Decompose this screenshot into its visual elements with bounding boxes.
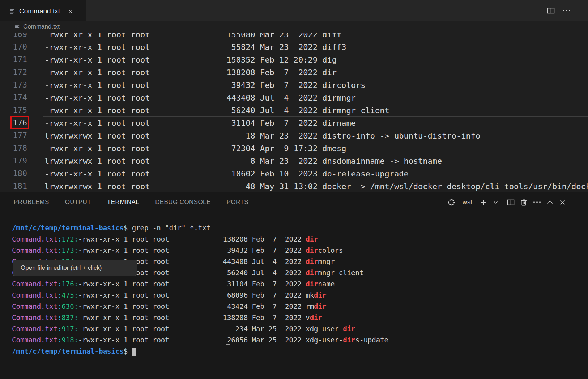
editor-line-170: 170-rwxr-xr-x 1 root root 55824 Mar 23 2…	[0, 41, 588, 53]
underscore-artifact	[226, 344, 230, 345]
panel-more-actions-icon[interactable]	[533, 201, 541, 203]
editor-line-text: lrwxrwxrwx 1 root root 48 May 31 13:02 d…	[43, 180, 588, 192]
editor-line-169: 169-rwxr-xr-x 1 root root 155080 Mar 23 …	[0, 33, 588, 41]
panel-tabs: PROBLEMSOUTPUTTERMINALDEBUG CONSOLEPORTS	[14, 192, 248, 212]
terminal-text-sep: :	[57, 280, 61, 288]
terminal-text-match: dir	[306, 257, 318, 265]
editor-pane[interactable]: 169-rwxr-xr-x 1 root root 155080 Mar 23 …	[0, 33, 588, 192]
terminal-row-0: /mnt/c/temp/terminal-basics$ grep -n "di…	[12, 222, 588, 234]
editor-tab-bar: Command.txt	[0, 0, 588, 21]
terminal-text-match: dir	[306, 269, 318, 277]
line-number: 171	[0, 53, 27, 66]
breadcrumb: Command.txt	[0, 21, 588, 33]
editor-line-text: -rwxr-xr-x 1 root root 39432 Feb 7 2022 …	[43, 78, 588, 91]
terminal-text-match: dir	[343, 325, 355, 333]
terminal-text-def: colors	[318, 246, 343, 254]
terminal-text-sep: :	[74, 302, 78, 310]
terminal-text-num: 173	[61, 246, 74, 254]
line-number: 169	[0, 33, 27, 41]
terminal-profile-label[interactable]: wsl	[463, 199, 472, 206]
terminal-row-10: Command.txt:918:-rwxr-xr-x 1 root root 2…	[12, 335, 588, 346]
editor-line-text: -rwxr-xr-x 1 root root 150352 Feb 12 20:…	[43, 53, 588, 66]
editor-line-text: lrwxrwxrwx 1 root root 18 Mar 23 2022 di…	[43, 129, 588, 142]
editor-line-172: 172-rwxr-xr-x 1 root root 138208 Feb 7 2…	[0, 66, 588, 78]
text-file-icon	[9, 8, 15, 14]
link-hover-tooltip: Open file in editor (ctrl + click)	[13, 260, 137, 276]
editor-line-177: 177lrwxrwxrwx 1 root root 18 Mar 23 2022…	[0, 129, 588, 142]
editor-line-174: 174-rwxr-xr-x 1 root root 443408 Jul 4 2…	[0, 91, 588, 104]
terminal-row-5: Command.txt:176:-rwxr-xr-x 1 root root 3…	[12, 278, 588, 290]
terminal-file-link[interactable]: Command.txt:176:	[12, 280, 78, 288]
terminal-text-match: dir	[314, 302, 326, 310]
terminal-text-num: 176	[61, 280, 74, 288]
terminal-row-2: Command.txt:173:-rwxr-xr-x 1 root root 3…	[12, 245, 588, 256]
terminal-text-path: /mnt/c/temp/terminal-basics	[12, 224, 124, 232]
bottom-panel: PROBLEMSOUTPUTTERMINALDEBUG CONSOLEPORTS…	[0, 192, 588, 379]
terminal-text-sep: :	[57, 336, 61, 344]
breadcrumb-item-file[interactable]: Command.txt	[23, 23, 60, 30]
split-terminal-icon[interactable]	[507, 199, 515, 205]
terminal-text-file: Command.txt	[12, 291, 57, 299]
terminal-text-num: 475	[61, 291, 74, 299]
tab-close-icon[interactable]	[68, 9, 73, 14]
line-number: 173	[0, 78, 27, 91]
panel-tab-output[interactable]: OUTPUT	[65, 192, 91, 212]
terminal[interactable]: /mnt/c/temp/terminal-basics$ grep -n "di…	[0, 212, 588, 379]
editor-line-176: 176-rwxr-xr-x 1 root root 31104 Feb 7 20…	[0, 116, 588, 129]
terminal-text-match: dir	[314, 291, 326, 299]
vscode-window: { "colors": { "annotation_red": "#DE1414…	[0, 0, 588, 379]
editor-line-text: -rwxr-xr-x 1 root root 31104 Feb 7 2022 …	[43, 116, 588, 129]
terminal-text-def: $	[124, 347, 132, 355]
editor-line-text: -rwxr-xr-x 1 root root 10602 Feb 10 2023…	[43, 167, 588, 180]
new-terminal-icon[interactable]	[480, 199, 487, 206]
tab-command-txt[interactable]: Command.txt	[0, 0, 86, 21]
panel-tab-problems[interactable]: PROBLEMS	[14, 192, 49, 212]
editor-line-text: -rwxr-xr-x 1 root root 72304 Apr 9 17:32…	[43, 142, 588, 154]
line-number: 172	[0, 66, 27, 78]
editor-line-171: 171-rwxr-xr-x 1 root root 150352 Feb 12 …	[0, 53, 588, 66]
terminal-text-sep: :	[74, 325, 78, 333]
editor-line-text: -rwxr-xr-x 1 root root 138208 Feb 7 2022…	[43, 66, 588, 78]
kill-terminal-trash-icon[interactable]	[521, 199, 527, 206]
terminal-text-def: -rwxr-xr-x 1 root root 26856 Mar 25 2022…	[78, 336, 343, 344]
terminal-row-11: /mnt/c/temp/terminal-basics$	[12, 346, 588, 357]
terminal-row-9: Command.txt:917:-rwxr-xr-x 1 root root 2…	[12, 323, 588, 335]
line-number: 175	[0, 104, 27, 116]
more-actions-icon[interactable]	[563, 9, 571, 12]
terminal-text-num: 917	[61, 325, 74, 333]
terminal-text-num: 636	[61, 302, 74, 310]
line-number: 181	[0, 180, 27, 192]
terminal-text-path: /mnt/c/temp/terminal-basics	[12, 347, 124, 355]
panel-tab-ports[interactable]: PORTS	[227, 192, 248, 212]
panel-tab-terminal[interactable]: TERMINAL	[107, 192, 139, 212]
terminal-text-def: -rwxr-xr-x 1 root root 234 Mar 25 2022 x…	[78, 325, 343, 333]
editor-line-text: -rwxr-xr-x 1 root root 443408 Jul 4 2022…	[43, 91, 588, 104]
terminal-profile-dropdown-icon[interactable]	[493, 201, 498, 204]
terminal-text-sep: :	[57, 325, 61, 333]
terminal-cursor	[132, 348, 136, 356]
maximize-panel-icon[interactable]	[547, 200, 553, 204]
editor-line-178: 178-rwxr-xr-x 1 root root 72304 Apr 9 17…	[0, 142, 588, 154]
panel-actions: wsl	[447, 192, 566, 212]
panel-tab-debug-console[interactable]: DEBUG CONSOLE	[155, 192, 211, 212]
terminal-text-sep: :	[74, 291, 78, 299]
editor-line-179: 179lrwxrwxrwx 1 root root 8 Mar 23 2022 …	[0, 154, 588, 167]
split-editor-icon[interactable]	[547, 8, 555, 14]
terminal-rows: /mnt/c/temp/terminal-basics$ grep -n "di…	[0, 212, 588, 357]
editor-line-text: -rwxr-xr-x 1 root root 56240 Jul 4 2022 …	[43, 104, 588, 116]
editor-actions	[547, 0, 571, 21]
panel-header: PROBLEMSOUTPUTTERMINALDEBUG CONSOLEPORTS…	[0, 192, 588, 212]
terminal-text-num: 172	[61, 235, 74, 243]
terminal-text-file: Command.txt	[12, 246, 57, 254]
terminal-text-file: Command.txt	[12, 280, 57, 288]
terminal-text-def: -rwxr-xr-x 1 root root 39432 Feb 7 2022	[78, 246, 306, 254]
line-number: 178	[0, 142, 27, 154]
annotated-line-number: 176	[13, 118, 27, 127]
terminal-text-file: Command.txt	[12, 314, 57, 321]
terminal-row-8: Command.txt:837:-rwxr-xr-x 1 root root 1…	[12, 312, 588, 323]
editor-line-text: lrwxrwxrwx 1 root root 8 Mar 23 2022 dns…	[43, 154, 588, 167]
terminal-text-def: $ grep -n "dir" *.txt	[124, 224, 210, 232]
editor-line-180: 180-rwxr-xr-x 1 root root 10602 Feb 10 2…	[0, 167, 588, 180]
terminal-text-num: 918	[61, 336, 74, 344]
close-panel-icon[interactable]	[559, 199, 566, 205]
